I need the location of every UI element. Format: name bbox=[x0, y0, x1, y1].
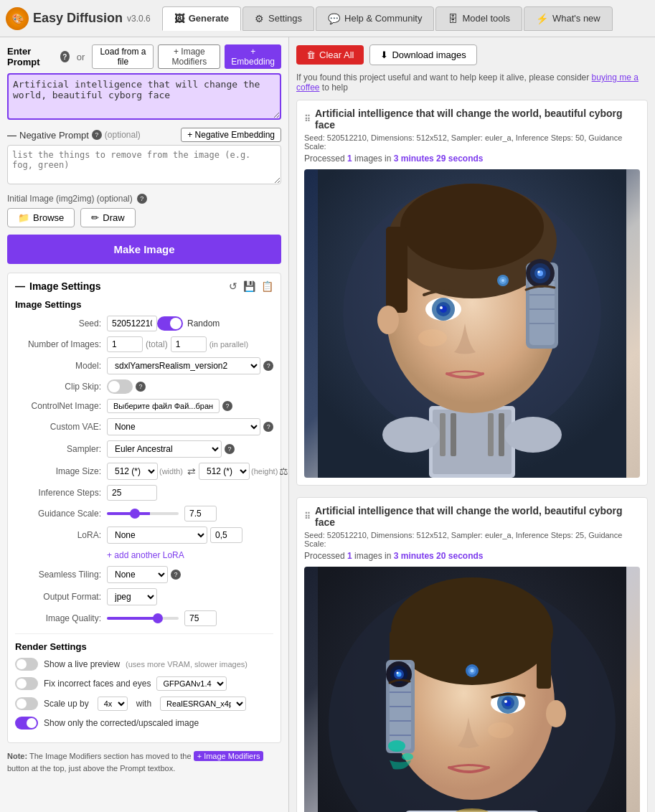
num-images-input[interactable] bbox=[107, 336, 143, 352]
lora-select[interactable]: None bbox=[107, 527, 207, 544]
lora-weight-input[interactable] bbox=[210, 527, 242, 543]
live-preview-toggle[interactable] bbox=[15, 658, 38, 671]
image-size-label: Image Size: bbox=[15, 466, 101, 476]
clip-skip-help-icon[interactable]: ? bbox=[136, 382, 146, 392]
tab-generate[interactable]: 🖼 Generate bbox=[162, 6, 241, 31]
generate-icon: 🖼 bbox=[174, 13, 184, 24]
guidance-slider-container bbox=[107, 506, 273, 521]
neg-prompt-input[interactable] bbox=[7, 145, 281, 184]
guidance-scale-row: Guidance Scale: bbox=[15, 506, 273, 521]
clip-skip-toggle[interactable] bbox=[107, 379, 133, 394]
image-quality-label: Image Quality: bbox=[15, 613, 101, 623]
tab-help[interactable]: 💬 Help & Community bbox=[316, 6, 434, 31]
neg-help-icon[interactable]: ? bbox=[92, 130, 102, 140]
inference-steps-input[interactable] bbox=[107, 485, 157, 501]
add-lora-button[interactable]: + add another LoRA bbox=[107, 549, 184, 562]
sampler-help-icon[interactable]: ? bbox=[225, 444, 235, 454]
resize-icon[interactable]: ⚖ bbox=[279, 466, 288, 477]
guidance-scale-input[interactable] bbox=[184, 506, 217, 521]
settings-save-button[interactable]: 💾 bbox=[243, 280, 255, 292]
tab-whats-new[interactable]: ⚡ What's new bbox=[524, 6, 613, 31]
controlnet-file-button[interactable]: Выберите файл Фай...бран bbox=[107, 399, 220, 413]
init-image-label-text: Initial Image (img2img) (optional) bbox=[7, 194, 133, 204]
sampler-label: Sampler: bbox=[15, 444, 101, 454]
svg-point-24 bbox=[538, 271, 540, 273]
result-count-2: 1 bbox=[347, 551, 352, 561]
prompt-help-icon[interactable]: ? bbox=[60, 51, 70, 62]
result-duration-1: 3 minutes 29 seconds bbox=[394, 154, 484, 164]
settings-title: — Image Settings bbox=[15, 280, 101, 292]
live-preview-label: Show a live preview bbox=[44, 659, 120, 669]
app-version: v3.0.6 bbox=[127, 14, 151, 24]
scale-up-knob bbox=[17, 699, 27, 709]
fix-faces-knob bbox=[17, 679, 27, 689]
svg-rect-7 bbox=[499, 413, 504, 456]
tab-settings[interactable]: ⚙ Settings bbox=[242, 6, 314, 31]
num-images-row: Number of Images: (total) (in parallel) bbox=[15, 336, 273, 352]
vae-help-icon[interactable]: ? bbox=[263, 422, 273, 432]
neg-embedding-button[interactable]: + Negative Embedding bbox=[181, 128, 281, 142]
tiling-select[interactable]: None bbox=[107, 566, 168, 583]
draw-button[interactable]: ✏ Draw bbox=[80, 208, 135, 227]
app-name: Easy Diffusion bbox=[33, 11, 123, 26]
seed-input[interactable] bbox=[107, 316, 157, 331]
render-settings-title: Render Settings bbox=[15, 641, 273, 652]
guidance-scale-slider[interactable] bbox=[107, 512, 179, 515]
app-header: 🎨 Easy Diffusion v3.0.6 🖼 Generate ⚙ Set… bbox=[0, 0, 655, 37]
result-title-2: ⠿ Artificial intelligence that will chan… bbox=[304, 505, 640, 528]
prompt-label-text: Enter Prompt bbox=[7, 46, 56, 67]
num-parallel-input[interactable] bbox=[171, 336, 207, 352]
settings-copy-button[interactable]: 📋 bbox=[261, 280, 273, 292]
show-corrected-toggle[interactable] bbox=[15, 717, 38, 730]
prompt-input[interactable]: Artificial intelligence that will change… bbox=[7, 73, 281, 120]
fix-faces-model-select[interactable]: GFPGANv1.4 bbox=[156, 676, 227, 691]
tiling-help-icon[interactable]: ? bbox=[171, 570, 181, 580]
svg-point-69 bbox=[488, 722, 514, 738]
settings-reset-button[interactable]: ↺ bbox=[229, 280, 237, 292]
output-format-select[interactable]: jpeg bbox=[107, 588, 157, 605]
whats-new-icon: ⚡ bbox=[536, 13, 548, 24]
clear-all-button[interactable]: 🗑 Clear All bbox=[296, 45, 364, 65]
image-modifiers-button[interactable]: + Image Modifiers bbox=[158, 44, 220, 69]
live-preview-knob bbox=[17, 659, 27, 669]
num-images-label: Number of Images: bbox=[15, 339, 101, 349]
sampler-select[interactable]: Euler Ancestral bbox=[107, 440, 222, 458]
make-image-button[interactable]: Make Image bbox=[7, 235, 281, 264]
seed-label: Seed: bbox=[15, 318, 101, 329]
embedding-button[interactable]: + Embedding bbox=[225, 44, 281, 69]
fix-faces-toggle[interactable] bbox=[15, 677, 38, 690]
init-image-help-icon[interactable]: ? bbox=[137, 194, 147, 204]
image-quality-slider[interactable] bbox=[107, 617, 179, 620]
output-format-label: Output Format: bbox=[15, 592, 101, 602]
model-select[interactable]: sdxlYamersRealism_version2 bbox=[107, 357, 260, 374]
action-bar: 🗑 Clear All ⬇ Download images bbox=[296, 44, 648, 65]
tab-model-tools[interactable]: 🗄 Model tools bbox=[435, 6, 522, 31]
result-block-1: ⠿ Artificial intelligence that will chan… bbox=[296, 100, 648, 486]
image-size-row: Image Size: 512 (*) (width) ⇄ 512 (*) (h… bbox=[15, 463, 273, 480]
browse-button[interactable]: 📁 Browse bbox=[7, 208, 75, 227]
custom-vae-select[interactable]: None bbox=[107, 418, 260, 435]
settings-subtitle: Image Settings bbox=[15, 299, 273, 310]
model-help-icon[interactable]: ? bbox=[263, 361, 273, 371]
clip-skip-row: Clip Skip: ? bbox=[15, 379, 273, 394]
nav-tabs: 🖼 Generate ⚙ Settings 💬 Help & Community… bbox=[162, 6, 613, 31]
clip-skip-label: Clip Skip: bbox=[15, 382, 101, 392]
scale-up-select[interactable]: 4x bbox=[98, 697, 128, 711]
note-text2: button at the top, just above the Prompt… bbox=[7, 764, 175, 773]
init-image-label: Initial Image (img2img) (optional) ? bbox=[7, 194, 281, 204]
download-images-button[interactable]: ⬇ Download images bbox=[369, 44, 476, 65]
controlnet-help-icon[interactable]: ? bbox=[222, 401, 232, 411]
scale-up-toggle[interactable] bbox=[15, 697, 38, 710]
image-quality-input[interactable] bbox=[184, 610, 217, 626]
scale-up-model-select[interactable]: RealESRGAN_x4plus bbox=[160, 697, 246, 711]
svg-point-70 bbox=[546, 700, 566, 727]
width-select[interactable]: 512 (*) bbox=[107, 463, 158, 480]
clear-all-label: Clear All bbox=[319, 49, 354, 60]
random-seed-toggle[interactable] bbox=[157, 316, 183, 331]
parallel-label: (in parallel) bbox=[209, 340, 248, 349]
swap-dimensions-icon[interactable]: ⇄ bbox=[187, 466, 196, 477]
neg-prompt-label-row: — Negative Prompt ? (optional) + Negativ… bbox=[7, 128, 281, 142]
height-select[interactable]: 512 (*) bbox=[199, 463, 250, 480]
load-file-button[interactable]: Load from a file bbox=[92, 44, 154, 69]
scale-up-with-label: with bbox=[136, 699, 151, 709]
